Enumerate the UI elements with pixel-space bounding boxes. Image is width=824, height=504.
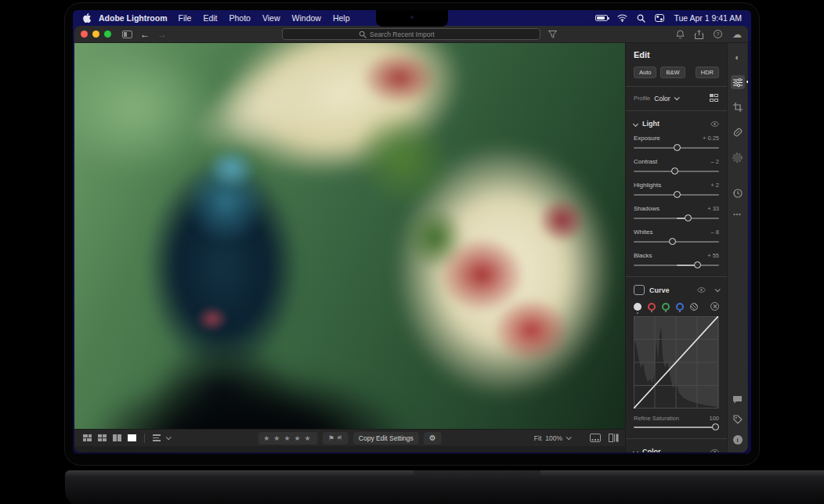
help-icon[interactable]: ? [714, 30, 722, 38]
profile-chevron-icon[interactable] [674, 95, 679, 100]
menu-edit[interactable]: Edit [203, 13, 217, 23]
versions-button[interactable] [731, 186, 745, 200]
blacks-slider[interactable] [634, 261, 719, 268]
reject-flag-icon[interactable]: ⚑ [337, 434, 343, 442]
refine-saturation-slider[interactable] [634, 423, 719, 430]
zoom-controls: Fit 100% [534, 434, 570, 442]
contrast-slider[interactable] [634, 167, 719, 175]
whites-slider[interactable] [634, 238, 719, 245]
edit-tool-button[interactable] [731, 75, 745, 89]
copy-edit-settings-button[interactable]: Copy Edit Settings [353, 432, 419, 445]
slider-thumb[interactable] [694, 261, 701, 268]
browse-profiles-icon[interactable] [710, 94, 719, 103]
star-icon[interactable]: ★ [263, 434, 271, 442]
slider-thumb[interactable] [674, 191, 681, 198]
share-icon[interactable] [695, 30, 703, 39]
slider-thumb[interactable] [712, 423, 719, 430]
pick-flag-icon[interactable]: ⚑ [328, 434, 334, 442]
menu-view[interactable]: View [262, 13, 280, 23]
zoom-chevron-icon[interactable] [566, 434, 572, 440]
shadows-slider[interactable] [634, 214, 719, 221]
search-input[interactable] [370, 31, 464, 38]
control-center-icon[interactable] [655, 14, 664, 22]
hdr-button[interactable]: HDR [696, 67, 719, 78]
star-icon[interactable]: ★ [273, 434, 281, 442]
curve-channel-red[interactable] [648, 303, 656, 311]
filter-icon[interactable] [548, 31, 557, 38]
before-after-icon[interactable] [609, 434, 619, 442]
laptop-lid-notch [414, 470, 540, 481]
light-visibility-eye-icon[interactable] [710, 121, 719, 127]
star-icon[interactable]: ★ [295, 434, 302, 442]
menu-photo[interactable]: Photo [229, 13, 251, 23]
slider-thumb[interactable] [685, 214, 692, 221]
exposure-slider[interactable] [634, 144, 719, 151]
curve-channel-all[interactable] [690, 303, 698, 311]
slider-thumb[interactable] [669, 238, 676, 245]
minimize-window-button[interactable] [92, 31, 99, 38]
menu-help[interactable]: Help [333, 13, 350, 23]
search-field[interactable] [282, 28, 540, 40]
curve-reset-icon[interactable] [710, 302, 719, 311]
crop-tool-button[interactable] [731, 100, 745, 114]
curve-visibility-eye-icon[interactable] [697, 287, 706, 293]
settings-gear-button[interactable]: ⚙ [424, 432, 442, 445]
slider-highlights: Highlights+ 2 [634, 182, 719, 198]
profile-value[interactable]: Color [654, 95, 670, 103]
comments-icon[interactable] [732, 395, 743, 404]
tone-curve-graph[interactable] [634, 316, 719, 409]
detail-view-icon[interactable] [127, 434, 136, 442]
spotlight-search-icon[interactable] [637, 14, 645, 23]
filmstrip-toggle-icon[interactable] [590, 434, 601, 442]
sort-icon[interactable] [153, 434, 161, 441]
star-icon[interactable]: ★ [284, 434, 291, 442]
wifi-icon[interactable] [617, 14, 627, 22]
masking-tool-button[interactable] [731, 150, 745, 164]
forward-button[interactable]: → [157, 30, 167, 39]
fit-label[interactable]: Fit [534, 434, 541, 442]
back-button[interactable]: ← [140, 30, 150, 39]
slider-blacks: Blacks+ 55 [634, 252, 719, 268]
photo-grid-view-icon[interactable] [82, 434, 92, 442]
star-rating[interactable]: ★ ★ ★ ★ ★ [258, 432, 317, 445]
more-tools-icon[interactable]: ••• [733, 211, 741, 217]
sort-chevron-icon[interactable] [166, 434, 172, 440]
profile-row: Profile Color [634, 94, 719, 103]
zoom-percent[interactable]: 100% [545, 434, 562, 442]
healing-tool-button[interactable] [731, 125, 745, 139]
highlights-slider[interactable] [634, 191, 719, 198]
color-section-header[interactable]: Color [634, 448, 719, 452]
compare-view-icon[interactable] [112, 434, 121, 442]
star-icon[interactable]: ★ [305, 434, 313, 442]
toolbar-divider [144, 434, 145, 443]
keyword-tag-icon[interactable] [733, 415, 743, 424]
cloud-sync-icon[interactable]: ☁ [732, 30, 742, 39]
zoom-window-button[interactable] [104, 31, 111, 38]
menubar-app-name[interactable]: Adobe Lightroom [99, 13, 168, 23]
light-section-header[interactable]: Light [634, 120, 719, 128]
menu-window[interactable]: Window [292, 13, 321, 23]
auto-button[interactable]: Auto [634, 67, 656, 78]
curve-chevron-icon[interactable] [715, 286, 721, 292]
curve-channel-green[interactable] [662, 303, 670, 311]
menu-file[interactable]: File [179, 13, 192, 23]
notifications-bell-icon[interactable] [676, 30, 685, 39]
battery-icon[interactable] [595, 15, 608, 21]
adjust-tool-button[interactable]: ◐ [731, 50, 745, 64]
square-grid-view-icon[interactable] [97, 434, 107, 442]
sidebar-toggle-icon[interactable] [122, 31, 132, 38]
bw-button[interactable]: B&W [660, 67, 685, 78]
menubar-clock[interactable]: Tue Apr 1 9:41 AM [674, 13, 742, 23]
bottom-toolbar: ★ ★ ★ ★ ★ ⚑ ⚑ Copy Edit Sett [74, 429, 625, 446]
slider-thumb[interactable] [671, 167, 678, 175]
curve-section-header[interactable]: Curve [634, 285, 719, 295]
close-window-button[interactable] [81, 31, 88, 38]
slider-thumb[interactable] [674, 144, 681, 151]
photo-canvas [74, 43, 625, 429]
divider [626, 86, 727, 87]
color-visibility-eye-icon[interactable] [710, 449, 719, 453]
curve-channel-blue[interactable] [676, 303, 684, 311]
curve-channel-luminance[interactable] [634, 303, 641, 311]
apple-logo-icon[interactable] [82, 13, 91, 23]
info-icon[interactable]: i [733, 435, 743, 445]
